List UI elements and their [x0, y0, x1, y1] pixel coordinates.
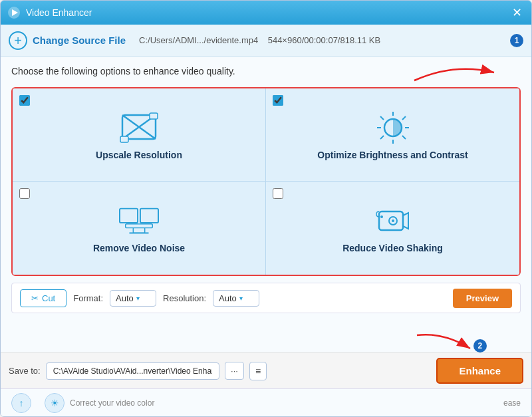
list-button[interactable]: ≡ [249, 362, 267, 380]
noise-checkbox[interactable] [19, 188, 30, 199]
upscale-icon [119, 111, 159, 144]
svg-rect-19 [123, 211, 134, 220]
brightness-icon [373, 111, 413, 144]
content-area: Choose the following options to enhance … [1, 57, 531, 352]
shaking-label: Reduce Video Shaking [342, 243, 443, 253]
format-select[interactable]: Auto ▾ [110, 290, 156, 307]
option-shaking: Reduce Video Shaking [266, 182, 519, 275]
strip-item-2: ☀ Correct your video color [45, 393, 154, 413]
resolution-select[interactable]: Auto ▾ [213, 290, 259, 307]
resolution-label: Resolution: [163, 293, 206, 303]
step-1-badge: 1 [510, 34, 523, 47]
browse-button[interactable]: ··· [225, 362, 244, 380]
svg-rect-22 [126, 224, 153, 228]
upscale-checkbox[interactable] [19, 95, 30, 106]
add-source-icon[interactable]: + [9, 31, 27, 50]
ease-text: ease [503, 398, 521, 408]
change-source-button[interactable]: Change Source File [33, 35, 126, 46]
svg-rect-25 [379, 211, 403, 230]
svg-rect-8 [150, 113, 158, 119]
strip-icon-1: ↑ [11, 393, 31, 413]
resolution-chevron-icon: ▾ [239, 295, 243, 302]
options-grid-wrapper: Upscale Resolution [11, 87, 521, 276]
option-noise: Remove Video Noise [13, 182, 266, 275]
app-icon [7, 6, 21, 19]
noise-label: Remove Video Noise [93, 243, 185, 253]
source-bar: + Change Source File C:/Users/ADMI.../ev… [1, 25, 531, 57]
brightness-label: Optimize Brightness and Contrast [317, 150, 467, 160]
brightness-checkbox[interactable] [273, 95, 283, 106]
svg-line-14 [380, 116, 384, 120]
option-upscale: Upscale Resolution [13, 88, 266, 182]
video-enhancer-window: Video Enhancer ✕ + Change Source File C:… [0, 0, 532, 417]
svg-line-16 [402, 116, 406, 120]
svg-line-17 [380, 136, 384, 139]
title-bar: Video Enhancer ✕ [1, 1, 531, 25]
annotation-arrow [374, 59, 507, 84]
format-chevron-icon: ▾ [136, 295, 140, 302]
save-area: Save to: ··· ≡ 2 Enhance [1, 352, 531, 388]
svg-rect-7 [120, 136, 128, 142]
svg-rect-23 [133, 228, 144, 233]
option-brightness: Optimize Brightness and Contrast [266, 88, 519, 182]
shaking-checkbox[interactable] [273, 188, 283, 199]
scissors-icon: ✂ [31, 293, 39, 303]
format-label: Format: [73, 293, 103, 303]
strip-item-1: ↑ [11, 393, 31, 413]
upscale-label: Upscale Resolution [96, 150, 182, 160]
window-title: Video Enhancer [26, 7, 509, 18]
preview-button[interactable]: Preview [453, 289, 512, 308]
noise-icon [119, 204, 159, 237]
source-file-path: C:/Users/ADMI.../evidente.mp4 544×960/00… [139, 35, 506, 45]
svg-point-27 [392, 219, 394, 222]
svg-point-28 [380, 215, 383, 218]
enhance-arrow [404, 329, 483, 355]
close-button[interactable]: ✕ [509, 5, 525, 21]
cut-button[interactable]: ✂ Cut [20, 289, 66, 307]
step-2-badge: 2 [473, 339, 487, 352]
enhance-button[interactable]: Enhance [436, 358, 523, 384]
bottom-toolbar: ✂ Cut Format: Auto ▾ Resolution: Auto ▾ … [11, 283, 521, 313]
shaking-icon [373, 204, 413, 237]
strip-icon-2: ☀ [45, 393, 65, 413]
svg-line-15 [402, 136, 406, 139]
options-grid: Upscale Resolution [13, 88, 519, 275]
save-label: Save to: [9, 366, 41, 376]
bottom-strip: ↑ ☀ Correct your video color ease [1, 388, 531, 416]
save-path-input[interactable] [46, 362, 219, 380]
svg-rect-21 [144, 211, 155, 220]
